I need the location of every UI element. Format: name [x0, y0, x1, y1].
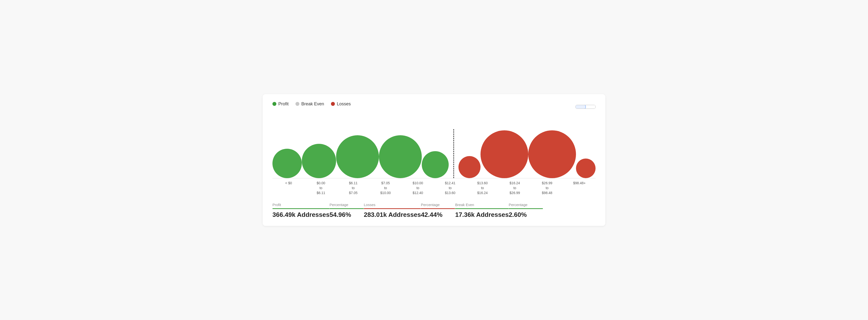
stat-label-profit-pct: Percentage — [330, 203, 364, 207]
main-card: ProfitBreak EvenLosses < $0$0.00to$6.11$… — [262, 94, 606, 226]
stat-item-breakeven: Break Even17.36k Addresses — [455, 203, 509, 219]
stat-item-breakeven-pct: Percentage2.60% — [509, 203, 543, 219]
stat-underline-losses-pct — [421, 208, 455, 209]
legend-dot-profit — [273, 102, 276, 106]
x-axis-labels: < $0$0.00to$6.11$6.11to$7.05$7.05to$10.0… — [273, 178, 595, 200]
bubble-col-6 — [459, 124, 480, 178]
xlabel-2: $6.11to$7.05 — [337, 181, 369, 195]
stat-label-breakeven-pct: Percentage — [509, 203, 543, 207]
stat-underline-breakeven-pct — [509, 208, 543, 209]
bubbles-container — [273, 114, 595, 178]
bubble-col-5 — [449, 124, 459, 178]
legend-item-break-even: Break Even — [296, 101, 324, 107]
xlabel-5: $12.41to$13.60 — [434, 181, 466, 195]
legend-item-profit: Profit — [273, 101, 288, 107]
legend-dot-break-even — [296, 102, 299, 106]
stat-value-profit-pct: 54.96% — [330, 211, 364, 219]
legend-label-profit: Profit — [278, 101, 288, 107]
bubble-b2 — [302, 144, 336, 178]
stat-underline-profit — [273, 208, 330, 209]
stats-section: Profit366.49k AddressesPercentage54.96%L… — [273, 203, 595, 219]
stat-value-breakeven-pct: 2.60% — [509, 211, 543, 219]
bubble-b1 — [273, 149, 302, 178]
bubble-b8 — [528, 130, 576, 178]
stat-value-losses-pct: 42.44% — [421, 211, 455, 219]
stat-label-losses: Losses — [364, 203, 421, 207]
xlabel-8: $26.99to$98.48 — [531, 181, 563, 195]
xlabel-0: < $0 — [273, 181, 305, 195]
stat-item-losses: Losses283.01k Addresses — [364, 203, 421, 219]
bubble-b4 — [379, 135, 422, 178]
chart-wrapper: < $0$0.00to$6.11$6.11to$7.05$7.05to$10.0… — [273, 114, 595, 200]
stat-item-profit-pct: Percentage54.96% — [330, 203, 364, 219]
bubble-col-3 — [379, 124, 422, 178]
stat-underline-losses — [364, 208, 421, 209]
stat-label-losses-pct: Percentage — [421, 203, 455, 207]
volume-button[interactable] — [586, 105, 595, 109]
price-line — [453, 129, 454, 178]
stat-item-losses-pct: Percentage42.44% — [421, 203, 455, 219]
legend-label-losses: Losses — [337, 101, 351, 107]
xlabel-9: $98.48+ — [563, 181, 595, 195]
xlabel-1: $0.00to$6.11 — [305, 181, 337, 195]
stat-value-breakeven: 17.36k Addresses — [455, 211, 509, 219]
bubble-col-9 — [576, 124, 595, 178]
legend-label-break-even: Break Even — [301, 101, 324, 107]
bubble-b6 — [459, 156, 480, 178]
view-toggle[interactable] — [576, 105, 595, 109]
stat-label-breakeven: Break Even — [455, 203, 509, 207]
stat-label-profit: Profit — [273, 203, 330, 207]
bubble-col-2 — [336, 124, 379, 178]
bubble-b7 — [480, 130, 528, 178]
bubble-col-4 — [422, 124, 449, 178]
legend-item-losses: Losses — [331, 101, 351, 107]
bubble-b5 — [422, 151, 449, 178]
stat-value-profit: 366.49k Addresses — [273, 211, 330, 219]
stat-value-losses: 283.01k Addresses — [364, 211, 421, 219]
xlabel-3: $7.05to$10.00 — [369, 181, 402, 195]
bubble-b3 — [336, 135, 379, 178]
stat-underline-breakeven — [455, 208, 509, 209]
legend-dot-losses — [331, 102, 335, 106]
legend: ProfitBreak EvenLosses — [273, 101, 351, 107]
stat-underline-profit-pct — [330, 208, 364, 209]
bubble-col-0 — [273, 124, 302, 178]
bubble-b9 — [576, 158, 595, 178]
addresses-button[interactable] — [576, 105, 586, 109]
xlabel-7: $16.24to$26.99 — [499, 181, 531, 195]
xlabel-4: $10.00to$12.40 — [402, 181, 434, 195]
bubble-col-1 — [302, 124, 336, 178]
xlabel-6: $13.60to$16.24 — [466, 181, 499, 195]
bubble-col-8 — [528, 124, 576, 178]
bubble-col-7 — [480, 124, 528, 178]
stat-item-profit: Profit366.49k Addresses — [273, 203, 330, 219]
